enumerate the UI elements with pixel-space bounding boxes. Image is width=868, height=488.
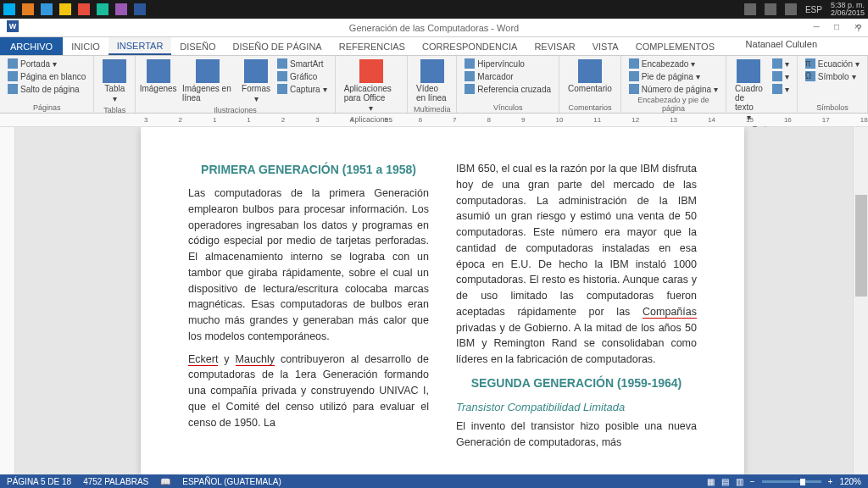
smartart-button[interactable]: SmartArt: [275, 58, 330, 69]
volume-icon[interactable]: [785, 3, 797, 15]
video-icon: [420, 59, 444, 83]
vertical-scrollbar[interactable]: [853, 127, 868, 474]
screenshot-icon: [277, 84, 287, 94]
vertical-ruler[interactable]: [0, 127, 15, 474]
tab-inicio[interactable]: INICIO: [63, 37, 108, 55]
textbox-icon: [737, 59, 760, 83]
formas-button[interactable]: Formas ▾: [241, 58, 271, 105]
marcador-button[interactable]: Marcador: [462, 70, 554, 82]
bookmark-icon: [465, 71, 475, 81]
app-icon[interactable]: [97, 3, 108, 15]
page-indicator[interactable]: PÁGINA 5 DE 18: [7, 477, 71, 486]
encabezado-button[interactable]: Encabezado ▾: [626, 58, 721, 69]
shapes-icon: [244, 59, 268, 83]
zoom-out-button[interactable]: −: [750, 477, 755, 486]
simbolo-button[interactable]: ΩSímbolo ▾: [803, 70, 862, 82]
tab-complementos[interactable]: COMPLEMENTOS: [627, 37, 723, 55]
numero-pagina-button[interactable]: Número de página ▾: [626, 83, 721, 95]
start-icon[interactable]: [3, 3, 15, 15]
statusbar: PÁGINA 5 DE 18 4752 PALABRAS 📖 ESPAÑOL (…: [0, 474, 868, 488]
view-web-layout-icon[interactable]: ▥: [736, 477, 743, 486]
minimize-button[interactable]: ─: [809, 22, 824, 34]
tab-correspondencia[interactable]: CORRESPONDENCIA: [414, 37, 526, 55]
comentario-button[interactable]: Comentario: [565, 58, 615, 95]
account-name[interactable]: Natanael Cululen: [746, 39, 817, 49]
cover-icon: [8, 58, 18, 69]
page-number-icon: [629, 84, 639, 94]
word-icon: W: [7, 20, 19, 32]
app-icon[interactable]: [115, 3, 127, 15]
grafico-button[interactable]: Gráfico: [275, 70, 330, 82]
scroll-thumb[interactable]: [855, 195, 867, 297]
tray-icon[interactable]: [765, 3, 776, 15]
referencia-cruzada-button[interactable]: Referencia cruzada: [462, 83, 554, 95]
lang-indicator[interactable]: ESP: [805, 5, 822, 14]
pie-pagina-button[interactable]: Pie de página ▾: [626, 70, 721, 82]
ribbon: Portada ▾ Página en blanco Salto de pági…: [0, 56, 868, 114]
object-button[interactable]: ▾: [770, 83, 792, 95]
app-icon[interactable]: [22, 3, 34, 15]
portada-button[interactable]: Portada ▾: [5, 58, 88, 69]
clock[interactable]: 5:38 p. m.2/06/2015: [831, 2, 865, 17]
chart-icon: [277, 71, 287, 81]
tab-revisar[interactable]: REVISAR: [526, 37, 583, 55]
group-vinculos: Hipervínculo Marcador Referencia cruzada…: [457, 56, 559, 113]
zoom-slider[interactable]: [762, 480, 821, 483]
tab-vista[interactable]: VISTA: [584, 37, 627, 55]
apps-office-button[interactable]: Aplicaciones para Office ▾: [341, 58, 402, 114]
zoom-slider-thumb[interactable]: [800, 479, 805, 485]
pictures-icon: [147, 59, 170, 83]
symbol-icon: Ω: [805, 71, 815, 81]
tabla-button[interactable]: Tabla ▾: [99, 58, 130, 105]
imagenes-online-button[interactable]: Imágenes en línea: [179, 58, 237, 104]
video-button[interactable]: Vídeo en línea: [413, 58, 451, 104]
ecuacion-button[interactable]: πEcuación ▾: [803, 58, 862, 69]
proofing-icon[interactable]: 📖: [160, 477, 170, 486]
app-icon[interactable]: [41, 3, 53, 15]
tab-referencias[interactable]: REFERENCIAS: [331, 37, 414, 55]
dropcap-button[interactable]: ▾: [770, 70, 792, 82]
group-paginas: Portada ▾ Página en blanco Salto de pági…: [0, 56, 94, 113]
captura-button[interactable]: Captura ▾: [275, 83, 330, 95]
group-comentarios: Comentario Comentarios: [559, 56, 621, 113]
cuadro-texto-button[interactable]: Cuadro de texto ▾: [732, 58, 766, 124]
paragraph: Eckert y Mauchly contribuyeron al desarr…: [188, 352, 429, 431]
restore-button[interactable]: □: [829, 22, 844, 34]
imagenes-button[interactable]: Imágenes: [141, 58, 175, 95]
pagina-blanco-button[interactable]: Página en blanco: [5, 70, 88, 82]
smartart-icon: [277, 58, 287, 69]
column-right: IBM 650, el cual es la razón por la que …: [456, 161, 697, 458]
close-button[interactable]: ×: [849, 22, 865, 34]
tab-diseno[interactable]: DISEÑO: [171, 37, 224, 55]
salto-pagina-button[interactable]: Salto de página: [5, 83, 88, 95]
page-break-icon: [8, 84, 18, 94]
zoom-in-button[interactable]: +: [828, 477, 833, 486]
tray-icon[interactable]: [744, 3, 756, 15]
ribbon-tabs: ARCHIVO INICIO INSERTAR DISEÑO DISEÑO DE…: [0, 37, 868, 56]
app-icon[interactable]: [59, 3, 71, 15]
store-icon: [359, 59, 383, 83]
wordart-button[interactable]: ▾: [770, 58, 792, 69]
hipervinculo-button[interactable]: Hipervínculo: [462, 58, 554, 69]
view-print-layout-icon[interactable]: ▦: [707, 477, 715, 486]
group-encabezado: Encabezado ▾ Pie de página ▾ Número de p…: [621, 56, 726, 113]
app-icon[interactable]: [134, 3, 146, 15]
tab-insertar[interactable]: INSERTAR: [108, 37, 172, 55]
spellcheck-underline: Eckert: [188, 353, 218, 366]
group-texto: Cuadro de texto ▾ ▾ ▾ ▾ Texto: [726, 56, 798, 113]
file-tab[interactable]: ARCHIVO: [0, 37, 63, 55]
word-count[interactable]: 4752 PALABRAS: [83, 477, 148, 486]
view-read-mode-icon[interactable]: ▤: [721, 477, 729, 486]
page[interactable]: PRIMERA GENERACIÓN (1951 a 1958) Las com…: [141, 127, 744, 474]
paragraph: IBM 650, el cual es la razón por la que …: [456, 161, 697, 368]
object-icon: [772, 84, 782, 94]
language-indicator[interactable]: ESPAÑOL (GUATEMALA): [182, 477, 281, 486]
os-taskbar: ESP 5:38 p. m.2/06/2015: [0, 0, 868, 19]
heading-gen1: PRIMERA GENERACIÓN (1951 a 1958): [188, 161, 429, 179]
subheading: Transistor Compatibilidad Limitada: [456, 399, 697, 416]
tab-diseno-pagina[interactable]: DISEÑO DE PÁGINA: [225, 37, 331, 55]
app-icon[interactable]: [78, 3, 90, 15]
link-icon: [465, 58, 475, 69]
zoom-level[interactable]: 120%: [839, 477, 861, 486]
footer-icon: [629, 71, 639, 81]
